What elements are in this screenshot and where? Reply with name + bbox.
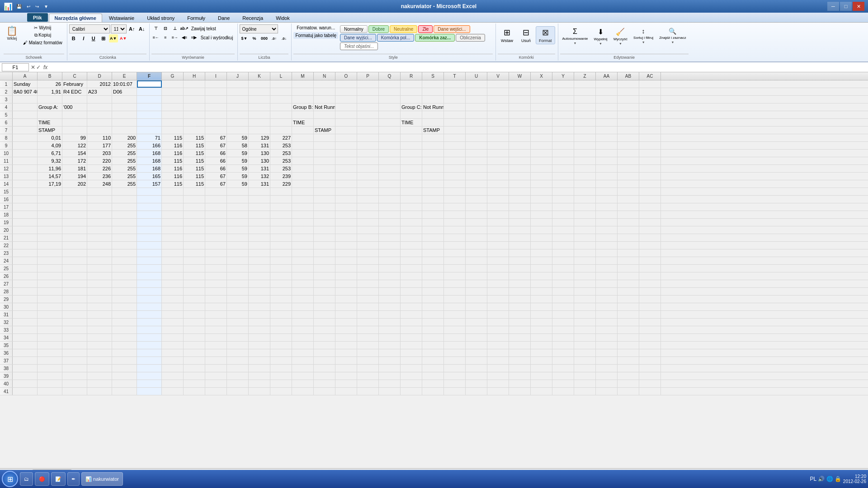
row-header-41[interactable]: 41: [0, 388, 13, 395]
minimize-button[interactable]: ─: [827, 2, 839, 11]
cell-N38[interactable]: [314, 365, 335, 372]
cell-F21[interactable]: [137, 234, 162, 241]
cell-V15[interactable]: [487, 188, 509, 195]
cell-H12[interactable]: 115: [184, 165, 205, 172]
cell-F25[interactable]: [137, 265, 162, 272]
cell-J28[interactable]: [227, 288, 249, 295]
cell-X5[interactable]: [531, 111, 552, 118]
cell-O9[interactable]: [335, 142, 357, 149]
cell-T26[interactable]: [444, 272, 466, 280]
cell-D3[interactable]: [87, 96, 112, 103]
cell-P41[interactable]: [357, 388, 379, 395]
cell-J37[interactable]: [227, 357, 249, 364]
cell-P2[interactable]: [357, 88, 379, 95]
align-bottom-button[interactable]: ⊥: [170, 24, 179, 33]
cell-N3[interactable]: [314, 96, 335, 103]
cell-N24[interactable]: [314, 257, 335, 264]
cell-P25[interactable]: [357, 265, 379, 272]
cell-N41[interactable]: [314, 388, 335, 395]
cell-G22[interactable]: [162, 242, 184, 249]
col-header-AC[interactable]: AC: [639, 72, 661, 80]
cell-H40[interactable]: [184, 380, 205, 387]
cell-H13[interactable]: 115: [184, 173, 205, 180]
cell-V28[interactable]: [487, 288, 509, 295]
cell-Y35[interactable]: [552, 342, 574, 349]
cell-F5[interactable]: [137, 111, 162, 118]
cell-X38[interactable]: [531, 365, 552, 372]
row-header-38[interactable]: 38: [0, 365, 13, 372]
cell-AA17[interactable]: [596, 203, 618, 211]
cell-Y5[interactable]: [552, 111, 574, 118]
cell-P40[interactable]: [357, 380, 379, 387]
cell-H38[interactable]: [184, 365, 205, 372]
row-header-28[interactable]: 28: [0, 288, 13, 295]
cell-W29[interactable]: [509, 296, 531, 303]
cell-L5[interactable]: [270, 111, 292, 118]
cell-Q9[interactable]: [379, 142, 401, 149]
cell-W23[interactable]: [509, 249, 531, 257]
cell-O37[interactable]: [335, 357, 357, 364]
cell-E39[interactable]: [112, 372, 137, 380]
cell-U1[interactable]: [466, 80, 487, 88]
cell-M6[interactable]: TIME: [292, 119, 314, 126]
cell-A13[interactable]: [13, 173, 38, 180]
cell-G6[interactable]: [162, 119, 184, 126]
col-header-W[interactable]: W: [509, 72, 531, 80]
cell-D34[interactable]: [87, 334, 112, 341]
cell-Q34[interactable]: [379, 334, 401, 341]
cell-I30[interactable]: [205, 303, 227, 310]
cell-AC25[interactable]: [639, 265, 661, 272]
row-header-37[interactable]: 37: [0, 357, 13, 364]
cell-O24[interactable]: [335, 257, 357, 264]
cell-A33[interactable]: [13, 326, 38, 333]
cell-K18[interactable]: [249, 211, 270, 218]
cell-S32[interactable]: [422, 319, 444, 326]
cell-A25[interactable]: [13, 265, 38, 272]
cell-W31[interactable]: [509, 311, 531, 318]
cell-N20[interactable]: [314, 226, 335, 234]
cell-AC8[interactable]: [639, 134, 661, 141]
cell-H7[interactable]: [184, 127, 205, 134]
increase-decimal-button[interactable]: .0↑: [269, 34, 278, 42]
cell-C36[interactable]: [62, 349, 87, 357]
cell-K28[interactable]: [249, 288, 270, 295]
cell-Y1[interactable]: [552, 80, 574, 88]
cell-F4[interactable]: [137, 103, 162, 111]
cell-F31[interactable]: [137, 311, 162, 318]
cell-B32[interactable]: [38, 319, 62, 326]
cell-AA13[interactable]: [596, 173, 618, 180]
cell-Z39[interactable]: [574, 372, 596, 380]
cell-Q5[interactable]: [379, 111, 401, 118]
col-header-S[interactable]: S: [422, 72, 444, 80]
cell-Y40[interactable]: [552, 380, 574, 387]
cell-O25[interactable]: [335, 265, 357, 272]
italic-button[interactable]: I: [79, 34, 88, 42]
cell-Y29[interactable]: [552, 296, 574, 303]
cell-T35[interactable]: [444, 342, 466, 349]
cell-T4[interactable]: [444, 103, 466, 111]
cell-R6[interactable]: TIME: [401, 119, 422, 126]
cell-D4[interactable]: [87, 103, 112, 111]
cell-Q31[interactable]: [379, 311, 401, 318]
cell-T32[interactable]: [444, 319, 466, 326]
cell-S20[interactable]: [422, 226, 444, 234]
row-header-19[interactable]: 19: [0, 219, 13, 226]
cell-Q32[interactable]: [379, 319, 401, 326]
cell-A3[interactable]: [13, 96, 38, 103]
cell-U18[interactable]: [466, 211, 487, 218]
cell-H25[interactable]: [184, 265, 205, 272]
cell-R12[interactable]: [401, 165, 422, 172]
cell-X6[interactable]: [531, 119, 552, 126]
cell-Z7[interactable]: [574, 127, 596, 134]
cell-B28[interactable]: [38, 288, 62, 295]
cell-B1[interactable]: 26: [38, 80, 62, 88]
cell-AB39[interactable]: [618, 372, 639, 380]
cell-K36[interactable]: [249, 349, 270, 357]
cell-S18[interactable]: [422, 211, 444, 218]
cell-J16[interactable]: [227, 196, 249, 203]
cell-N4[interactable]: Not Running: [314, 103, 335, 111]
cell-Y22[interactable]: [552, 242, 574, 249]
cell-S2[interactable]: [422, 88, 444, 95]
cell-H6[interactable]: [184, 119, 205, 126]
cell-A32[interactable]: [13, 319, 38, 326]
